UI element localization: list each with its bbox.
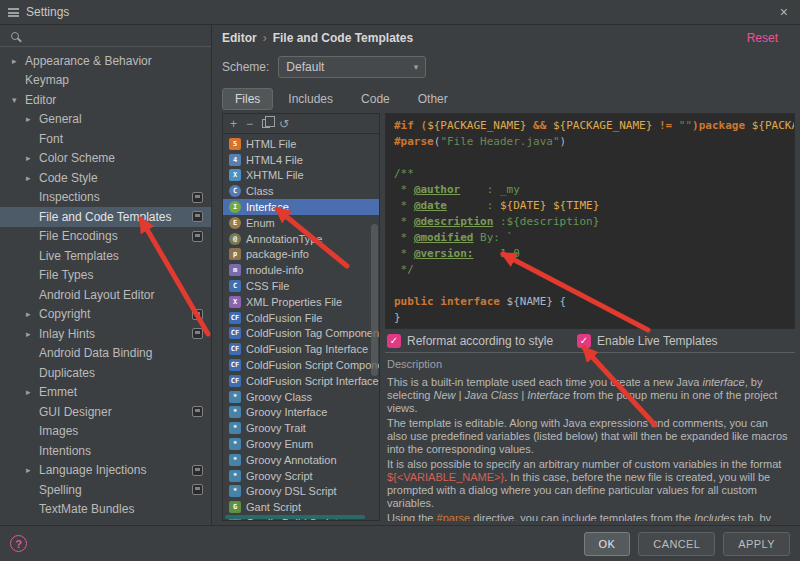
code-token: *	[394, 183, 414, 196]
template-item-groovy-script[interactable]: *Groovy Script	[223, 468, 379, 484]
enable-live-templates-checkbox[interactable]: ✓Enable Live Templates	[577, 334, 718, 348]
template-type-icon: X	[229, 296, 241, 308]
template-item-coldfusion-tag-component[interactable]: CFColdFusion Tag Component	[223, 326, 379, 342]
sidebar-item-keymap[interactable]: Keymap	[0, 71, 211, 91]
remove-icon[interactable]: −	[246, 118, 253, 130]
sidebar-item-file-types[interactable]: File Types	[0, 266, 211, 286]
template-item-groovy-annotation[interactable]: *Groovy Annotation	[223, 452, 379, 468]
description-paragraph: The template is editable. Along with Jav…	[387, 417, 791, 456]
chevron-right-icon[interactable]: ▸	[26, 329, 39, 339]
sidebar-item-general[interactable]: ▸General	[0, 110, 211, 130]
template-item-label: ColdFusion File	[246, 312, 322, 324]
template-item-gant-script[interactable]: GGant Script	[223, 499, 379, 515]
description-paragraph: Using the #parse directive, you can incl…	[387, 512, 791, 521]
template-item-css-file[interactable]: CCSS File	[223, 278, 379, 294]
sidebar-item-copyright[interactable]: ▸Copyright	[0, 305, 211, 325]
template-item-groovy-trait[interactable]: *Groovy Trait	[223, 420, 379, 436]
template-item-coldfusion-tag-interface[interactable]: CFColdFusion Tag Interface	[223, 341, 379, 357]
sidebar-item-code-style[interactable]: ▸Code Style	[0, 168, 211, 188]
sidebar-item-color-scheme[interactable]: ▸Color Scheme	[0, 149, 211, 169]
sidebar-item-intentions[interactable]: Intentions	[0, 441, 211, 461]
revert-icon[interactable]: ↺	[279, 118, 289, 130]
template-item-interface[interactable]: IInterface	[223, 199, 379, 215]
template-type-icon: 5	[229, 138, 241, 150]
chevron-right-icon[interactable]: ▸	[26, 114, 39, 124]
sidebar-item-android-layout-editor[interactable]: Android Layout Editor	[0, 285, 211, 305]
checkbox-icon: ✓	[577, 334, 591, 348]
horizontal-scrollbar[interactable]	[225, 515, 365, 519]
template-item-html-file[interactable]: 5HTML File	[223, 136, 379, 152]
sidebar-item-file-and-code-templates[interactable]: File and Code Templates	[0, 207, 211, 227]
code-token: #if (	[394, 119, 427, 132]
template-item-html4-file[interactable]: 4HTML4 File	[223, 152, 379, 168]
cancel-button[interactable]: CANCEL	[638, 532, 715, 556]
template-item-enum[interactable]: EEnum	[223, 215, 379, 231]
vertical-scrollbar[interactable]	[371, 224, 378, 376]
template-toolbar: +−↺	[223, 114, 379, 134]
chevron-right-icon[interactable]: ▸	[26, 387, 39, 397]
chevron-right-icon[interactable]: ▸	[26, 309, 39, 319]
sidebar-item-inspections[interactable]: Inspections	[0, 188, 211, 208]
add-icon[interactable]: +	[230, 118, 237, 130]
breadcrumb-editor[interactable]: Editor	[222, 31, 257, 45]
tab-code[interactable]: Code	[348, 88, 403, 110]
copy-icon[interactable]	[262, 119, 270, 128]
sidebar-item-spelling[interactable]: Spelling	[0, 480, 211, 500]
sidebar-item-appearance-behavior[interactable]: ▸Appearance & Behavior	[0, 51, 211, 71]
sidebar-item-live-templates[interactable]: Live Templates	[0, 246, 211, 266]
titlebar[interactable]: Settings ×	[0, 0, 800, 25]
chevron-down-icon[interactable]: ▾	[12, 95, 25, 105]
help-icon[interactable]: ?	[10, 535, 27, 552]
template-type-icon: p	[229, 248, 241, 260]
ok-button[interactable]: OK	[584, 532, 631, 556]
template-item-groovy-interface[interactable]: *Groovy Interface	[223, 405, 379, 421]
template-item-groovy-class[interactable]: *Groovy Class	[223, 389, 379, 405]
sidebar-item-images[interactable]: Images	[0, 422, 211, 442]
scheme-select[interactable]: Default ▾	[278, 56, 426, 78]
template-type-icon: m	[229, 264, 241, 276]
tab-files[interactable]: Files	[222, 88, 273, 110]
template-item-label: XML Properties File	[246, 296, 342, 308]
description-segment: Includes	[694, 512, 735, 521]
template-editor[interactable]: #if (${PACKAGE_NAME} && ${PACKAGE_NAME} …	[385, 113, 795, 329]
template-item-class[interactable]: CClass	[223, 183, 379, 199]
settings-search-input[interactable]	[0, 25, 211, 47]
code-line: * @version: 1.0	[394, 246, 786, 262]
sidebar-item-font[interactable]: Font	[0, 129, 211, 149]
apply-button[interactable]: APPLY	[723, 532, 790, 556]
sidebar-item-language-injections[interactable]: ▸Language Injections	[0, 461, 211, 481]
close-icon[interactable]: ×	[776, 5, 792, 19]
template-item-coldfusion-script-component[interactable]: CFColdFusion Script Component	[223, 357, 379, 373]
chevron-right-icon[interactable]: ▸	[12, 56, 25, 66]
sidebar-item-gui-designer[interactable]: GUI Designer	[0, 402, 211, 422]
reset-link[interactable]: Reset	[747, 31, 778, 45]
template-item-groovy-dsl-script[interactable]: *Groovy DSL Script	[223, 484, 379, 500]
sidebar-item-android-data-binding[interactable]: Android Data Binding	[0, 344, 211, 364]
template-item-label: Interface	[246, 201, 289, 213]
chevron-right-icon[interactable]: ▸	[26, 153, 39, 163]
template-item-xhtml-file[interactable]: XXHTML File	[223, 168, 379, 184]
tab-includes[interactable]: Includes	[275, 88, 346, 110]
template-item-coldfusion-file[interactable]: CFColdFusion File	[223, 310, 379, 326]
sidebar-item-duplicates[interactable]: Duplicates	[0, 363, 211, 383]
sidebar-item-label: Font	[39, 132, 63, 146]
template-item-package-info[interactable]: ppackage-info	[223, 247, 379, 263]
sidebar-item-editor[interactable]: ▾Editor	[0, 90, 211, 110]
template-item-xml-properties-file[interactable]: XXML Properties File	[223, 294, 379, 310]
template-item-groovy-enum[interactable]: *Groovy Enum	[223, 436, 379, 452]
chevron-right-icon[interactable]: ▸	[26, 173, 39, 183]
sidebar-item-textmate-bundles[interactable]: TextMate Bundles	[0, 500, 211, 520]
tab-other[interactable]: Other	[405, 88, 461, 110]
template-type-icon: CF	[229, 375, 241, 387]
sidebar-item-inlay-hints[interactable]: ▸Inlay Hints	[0, 324, 211, 344]
chevron-right-icon[interactable]: ▸	[26, 465, 39, 475]
template-item-label: HTML File	[246, 138, 296, 150]
template-item-module-info[interactable]: mmodule-info	[223, 262, 379, 278]
template-item-annotationtype[interactable]: @AnnotationType	[223, 231, 379, 247]
template-item-coldfusion-script-interface[interactable]: CFColdFusion Script Interface	[223, 373, 379, 389]
sidebar-item-emmet[interactable]: ▸Emmet	[0, 383, 211, 403]
sidebar-item-file-encodings[interactable]: File Encodings	[0, 227, 211, 247]
reformat-according-to-style-checkbox[interactable]: ✓Reformat according to style	[387, 334, 553, 348]
template-type-icon: E	[229, 217, 241, 229]
template-item-label: Groovy DSL Script	[246, 485, 337, 497]
